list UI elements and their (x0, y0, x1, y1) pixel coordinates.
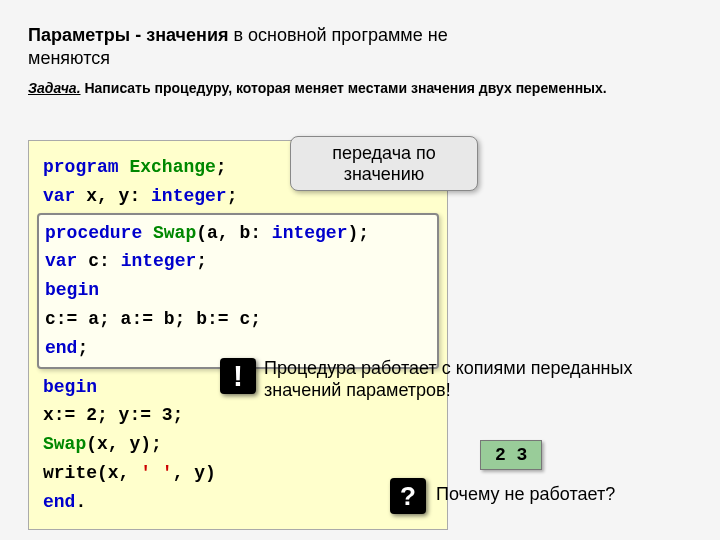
title-emphasis: Параметры - значения (28, 25, 229, 45)
note-copies: Процедура работает с копиями переданных … (264, 358, 704, 401)
task-statement: Задача. Написать процедуру, которая меня… (28, 79, 692, 97)
output-box: 2 3 (480, 440, 542, 470)
slide: Параметры - значения в основной программ… (0, 0, 720, 540)
note-why: Почему не работает? (436, 484, 615, 505)
code-line: begin (45, 276, 431, 305)
callout-pass-by-value: передача по значению (290, 136, 478, 191)
code-line: Swap(x, y); (43, 430, 433, 459)
procedure-box: procedure Swap(a, b: integer); var c: in… (37, 213, 439, 369)
exclamation-icon: ! (220, 358, 256, 394)
code-line: procedure Swap(a, b: integer); (45, 219, 431, 248)
slide-title: Параметры - значения в основной программ… (28, 24, 692, 69)
code-line: x:= 2; y:= 3; (43, 401, 433, 430)
code-line: var c: integer; (45, 247, 431, 276)
code-box: program Exchange; var x, y: integer; pro… (28, 140, 448, 530)
task-label: Задача. (28, 80, 81, 96)
title-line2: меняются (28, 48, 110, 68)
code-line: write(x, ' ', y) (43, 459, 433, 488)
code-line: end. (43, 488, 433, 517)
title-tail: в основной программе не (229, 25, 448, 45)
code-line: c:= a; a:= b; b:= c; (45, 305, 431, 334)
task-text: Написать процедуру, которая меняет места… (81, 80, 607, 96)
question-icon: ? (390, 478, 426, 514)
